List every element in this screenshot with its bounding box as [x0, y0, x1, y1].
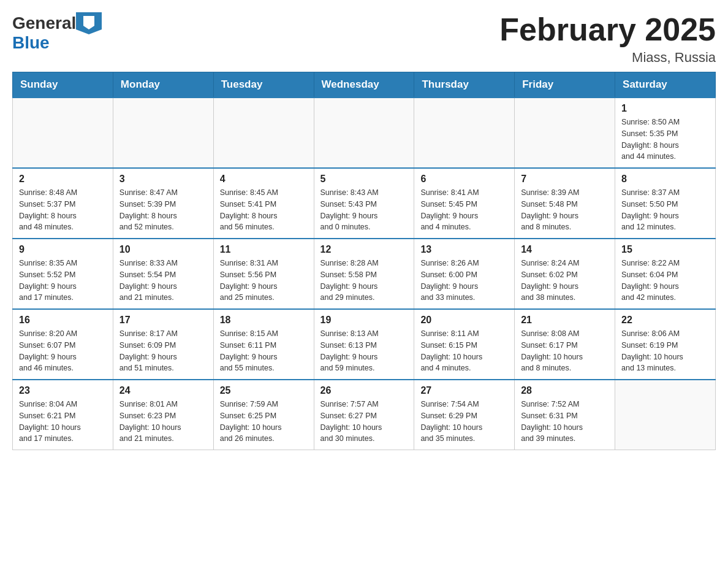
calendar-cell	[213, 98, 314, 168]
day-number: 4	[220, 174, 308, 185]
calendar-header-thursday: Thursday	[414, 72, 515, 98]
day-number: 12	[320, 244, 408, 255]
page-header: General Blue February 2025 Miass, Russia	[12, 12, 716, 66]
calendar-header-wednesday: Wednesday	[314, 72, 414, 98]
day-info: Sunrise: 8:33 AMSunset: 5:54 PMDaylight:…	[119, 258, 207, 304]
day-number: 3	[119, 174, 207, 185]
day-number: 19	[320, 315, 408, 326]
day-info: Sunrise: 8:47 AMSunset: 5:39 PMDaylight:…	[119, 187, 207, 233]
calendar-cell: 28Sunrise: 7:52 AMSunset: 6:31 PMDayligh…	[515, 380, 615, 450]
day-info: Sunrise: 8:50 AMSunset: 5:35 PMDaylight:…	[621, 117, 709, 163]
calendar-cell: 4Sunrise: 8:45 AMSunset: 5:41 PMDaylight…	[213, 168, 314, 239]
day-info: Sunrise: 8:37 AMSunset: 5:50 PMDaylight:…	[621, 187, 709, 233]
day-info: Sunrise: 8:08 AMSunset: 6:17 PMDaylight:…	[521, 328, 609, 374]
day-number: 9	[19, 244, 107, 255]
day-number: 11	[220, 244, 308, 255]
calendar-cell: 13Sunrise: 8:26 AMSunset: 6:00 PMDayligh…	[414, 239, 515, 309]
day-number: 25	[220, 385, 308, 396]
day-number: 10	[119, 244, 207, 255]
day-info: Sunrise: 8:24 AMSunset: 6:02 PMDaylight:…	[521, 258, 609, 304]
day-number: 7	[521, 174, 609, 185]
day-info: Sunrise: 8:35 AMSunset: 5:52 PMDaylight:…	[19, 258, 107, 304]
day-info: Sunrise: 8:17 AMSunset: 6:09 PMDaylight:…	[119, 328, 207, 374]
calendar-cell	[13, 98, 113, 168]
calendar-cell: 5Sunrise: 8:43 AMSunset: 5:43 PMDaylight…	[314, 168, 414, 239]
calendar-cell: 6Sunrise: 8:41 AMSunset: 5:45 PMDaylight…	[414, 168, 515, 239]
calendar-cell: 24Sunrise: 8:01 AMSunset: 6:23 PMDayligh…	[113, 380, 213, 450]
day-number: 13	[420, 244, 508, 255]
calendar-cell: 15Sunrise: 8:22 AMSunset: 6:04 PMDayligh…	[615, 239, 716, 309]
location: Miass, Russia	[499, 50, 716, 66]
logo-icon	[76, 12, 102, 34]
month-title: February 2025	[499, 12, 716, 47]
calendar-cell: 23Sunrise: 8:04 AMSunset: 6:21 PMDayligh…	[13, 380, 113, 450]
day-number: 14	[521, 244, 609, 255]
calendar-cell: 21Sunrise: 8:08 AMSunset: 6:17 PMDayligh…	[515, 309, 615, 380]
calendar-cell: 26Sunrise: 7:57 AMSunset: 6:27 PMDayligh…	[314, 380, 414, 450]
day-number: 20	[420, 315, 508, 326]
day-number: 21	[521, 315, 609, 326]
day-info: Sunrise: 8:39 AMSunset: 5:48 PMDaylight:…	[521, 187, 609, 233]
day-info: Sunrise: 7:57 AMSunset: 6:27 PMDaylight:…	[320, 399, 408, 445]
day-number: 16	[19, 315, 107, 326]
day-info: Sunrise: 8:13 AMSunset: 6:13 PMDaylight:…	[320, 328, 408, 374]
calendar-cell: 14Sunrise: 8:24 AMSunset: 6:02 PMDayligh…	[515, 239, 615, 309]
day-number: 1	[621, 103, 709, 114]
day-info: Sunrise: 8:43 AMSunset: 5:43 PMDaylight:…	[320, 187, 408, 233]
calendar-cell: 22Sunrise: 8:06 AMSunset: 6:19 PMDayligh…	[615, 309, 716, 380]
calendar-cell: 20Sunrise: 8:11 AMSunset: 6:15 PMDayligh…	[414, 309, 515, 380]
calendar-header-friday: Friday	[515, 72, 615, 98]
calendar-cell: 27Sunrise: 7:54 AMSunset: 6:29 PMDayligh…	[414, 380, 515, 450]
calendar-cell: 3Sunrise: 8:47 AMSunset: 5:39 PMDaylight…	[113, 168, 213, 239]
logo-blue-text: Blue	[12, 33, 50, 53]
day-number: 26	[320, 385, 408, 396]
calendar-cell: 10Sunrise: 8:33 AMSunset: 5:54 PMDayligh…	[113, 239, 213, 309]
day-info: Sunrise: 8:26 AMSunset: 6:00 PMDaylight:…	[420, 258, 508, 304]
calendar-cell: 11Sunrise: 8:31 AMSunset: 5:56 PMDayligh…	[213, 239, 314, 309]
calendar-cell: 12Sunrise: 8:28 AMSunset: 5:58 PMDayligh…	[314, 239, 414, 309]
week-row-5: 23Sunrise: 8:04 AMSunset: 6:21 PMDayligh…	[13, 380, 716, 450]
day-number: 24	[119, 385, 207, 396]
logo: General Blue	[12, 12, 102, 53]
calendar-header-saturday: Saturday	[615, 72, 716, 98]
day-info: Sunrise: 7:52 AMSunset: 6:31 PMDaylight:…	[521, 399, 609, 445]
day-info: Sunrise: 8:41 AMSunset: 5:45 PMDaylight:…	[420, 187, 508, 233]
calendar-cell: 16Sunrise: 8:20 AMSunset: 6:07 PMDayligh…	[13, 309, 113, 380]
day-number: 27	[420, 385, 508, 396]
calendar-cell: 18Sunrise: 8:15 AMSunset: 6:11 PMDayligh…	[213, 309, 314, 380]
calendar-header-row: SundayMondayTuesdayWednesdayThursdayFrid…	[13, 72, 716, 98]
day-number: 15	[621, 244, 709, 255]
day-number: 28	[521, 385, 609, 396]
day-info: Sunrise: 8:48 AMSunset: 5:37 PMDaylight:…	[19, 187, 107, 233]
calendar-cell	[113, 98, 213, 168]
calendar-cell: 25Sunrise: 7:59 AMSunset: 6:25 PMDayligh…	[213, 380, 314, 450]
day-info: Sunrise: 8:06 AMSunset: 6:19 PMDaylight:…	[621, 328, 709, 374]
calendar-header-monday: Monday	[113, 72, 213, 98]
calendar-cell	[314, 98, 414, 168]
calendar-cell	[515, 98, 615, 168]
calendar-cell: 8Sunrise: 8:37 AMSunset: 5:50 PMDaylight…	[615, 168, 716, 239]
week-row-1: 1Sunrise: 8:50 AMSunset: 5:35 PMDaylight…	[13, 98, 716, 168]
day-info: Sunrise: 8:31 AMSunset: 5:56 PMDaylight:…	[220, 258, 308, 304]
week-row-2: 2Sunrise: 8:48 AMSunset: 5:37 PMDaylight…	[13, 168, 716, 239]
calendar-cell: 1Sunrise: 8:50 AMSunset: 5:35 PMDaylight…	[615, 98, 716, 168]
day-number: 22	[621, 315, 709, 326]
day-info: Sunrise: 8:45 AMSunset: 5:41 PMDaylight:…	[220, 187, 308, 233]
day-info: Sunrise: 8:01 AMSunset: 6:23 PMDaylight:…	[119, 399, 207, 445]
day-info: Sunrise: 8:22 AMSunset: 6:04 PMDaylight:…	[621, 258, 709, 304]
week-row-3: 9Sunrise: 8:35 AMSunset: 5:52 PMDaylight…	[13, 239, 716, 309]
day-info: Sunrise: 8:28 AMSunset: 5:58 PMDaylight:…	[320, 258, 408, 304]
calendar-header-tuesday: Tuesday	[213, 72, 314, 98]
calendar-cell: 9Sunrise: 8:35 AMSunset: 5:52 PMDaylight…	[13, 239, 113, 309]
day-number: 18	[220, 315, 308, 326]
day-number: 8	[621, 174, 709, 185]
calendar-cell	[615, 380, 716, 450]
calendar-cell	[414, 98, 515, 168]
calendar-cell: 17Sunrise: 8:17 AMSunset: 6:09 PMDayligh…	[113, 309, 213, 380]
title-block: February 2025 Miass, Russia	[499, 12, 716, 66]
calendar-cell: 19Sunrise: 8:13 AMSunset: 6:13 PMDayligh…	[314, 309, 414, 380]
day-info: Sunrise: 7:54 AMSunset: 6:29 PMDaylight:…	[420, 399, 508, 445]
calendar-table: SundayMondayTuesdayWednesdayThursdayFrid…	[12, 72, 716, 450]
day-info: Sunrise: 7:59 AMSunset: 6:25 PMDaylight:…	[220, 399, 308, 445]
day-number: 6	[420, 174, 508, 185]
